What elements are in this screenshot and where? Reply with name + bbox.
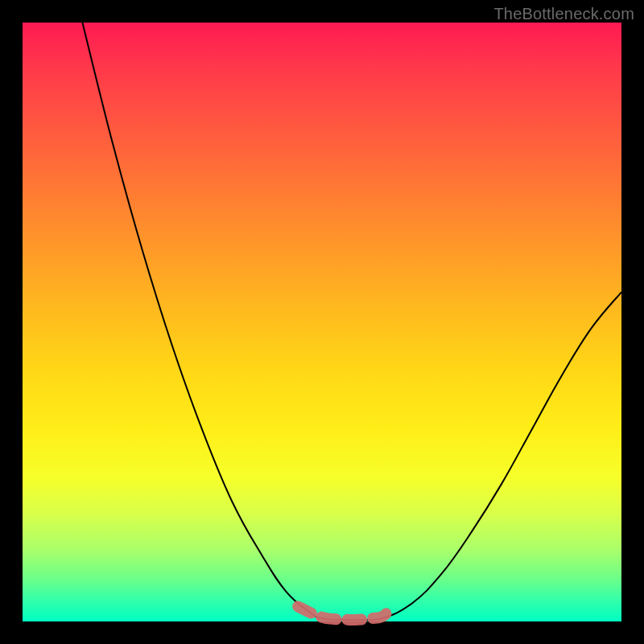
- marker-group: [298, 606, 388, 620]
- curve-group: [82, 23, 621, 620]
- optimal-range-marker: [298, 606, 388, 620]
- bottleneck-curve: [82, 23, 621, 620]
- plot-area: [23, 23, 621, 621]
- watermark-text: TheBottleneck.com: [493, 5, 634, 23]
- curves-svg: [23, 23, 621, 621]
- chart-frame: TheBottleneck.com: [0, 0, 644, 644]
